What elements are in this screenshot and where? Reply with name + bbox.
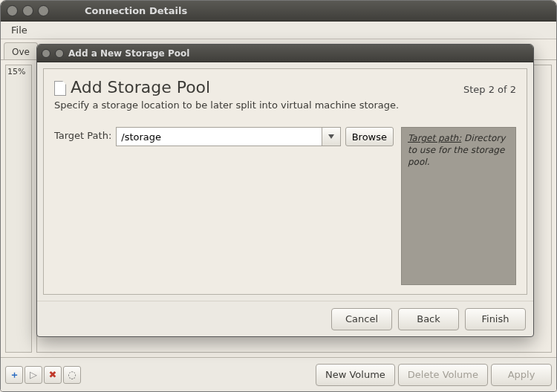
side-panel-value: 15% — [5, 65, 32, 353]
target-path-combo — [116, 127, 340, 146]
menu-file[interactable]: File — [7, 23, 32, 37]
window-title: Connection Details — [85, 5, 187, 16]
add-storage-pool-dialog: Add a New Storage Pool Add Storage Pool … — [36, 44, 534, 337]
dialog-button-row: Cancel Back Finish — [37, 301, 533, 336]
add-pool-button[interactable]: ＋ — [5, 366, 23, 384]
delete-volume-button: Delete Volume — [398, 364, 488, 386]
parent-titlebar: Connection Details — [1, 1, 556, 22]
start-pool-button[interactable]: ▷ — [25, 366, 42, 384]
back-button[interactable]: Back — [398, 308, 459, 330]
tab-overview[interactable]: Ove — [4, 42, 38, 59]
play-icon: ▷ — [30, 369, 37, 380]
minimize-window-button[interactable] — [22, 5, 33, 16]
plus-icon: ＋ — [10, 368, 19, 382]
help-title: Target path: — [408, 133, 461, 143]
cancel-button[interactable]: Cancel — [331, 308, 392, 330]
parent-bottombar: ＋ ▷ ✖ ◌ New Volume Delete Volume Apply — [1, 357, 556, 391]
dialog-subtitle: Specify a storage location to be later s… — [54, 99, 516, 111]
help-panel: Target path: Directory to use for the st… — [401, 127, 516, 285]
target-path-input[interactable] — [116, 127, 321, 146]
pool-toolbar: ＋ ▷ ✖ ◌ — [5, 366, 81, 384]
dialog-title: Add a New Storage Pool — [68, 48, 189, 59]
delete-pool-button[interactable]: ✖ — [44, 366, 62, 384]
target-path-dropdown-button[interactable] — [322, 127, 341, 146]
close-window-button[interactable] — [7, 5, 18, 16]
dialog-heading: Add Storage Pool — [54, 78, 210, 97]
dialog-body: Add Storage Pool Step 2 of 2 Specify a s… — [43, 68, 527, 295]
dialog-close-button[interactable] — [42, 49, 51, 58]
page-icon — [54, 81, 66, 96]
dialog-min-button[interactable] — [55, 49, 64, 58]
dialog-titlebar: Add a New Storage Pool — [37, 45, 533, 62]
maximize-window-button[interactable] — [38, 5, 49, 16]
menubar: File — [1, 22, 556, 39]
step-indicator: Step 2 of 2 — [463, 84, 516, 95]
finish-button[interactable]: Finish — [465, 308, 526, 330]
browse-button[interactable]: Browse — [345, 127, 394, 146]
connection-details-window: Connection Details File Ove 15% ＋ ▷ ✖ ◌ … — [0, 0, 557, 392]
target-path-label: Target Path: — [54, 127, 111, 141]
chevron-down-icon — [328, 134, 334, 139]
apply-button: Apply — [491, 364, 552, 386]
new-volume-button[interactable]: New Volume — [316, 364, 395, 386]
props-icon: ◌ — [68, 369, 76, 380]
delete-icon: ✖ — [49, 369, 57, 380]
pool-props-button[interactable]: ◌ — [63, 366, 81, 384]
